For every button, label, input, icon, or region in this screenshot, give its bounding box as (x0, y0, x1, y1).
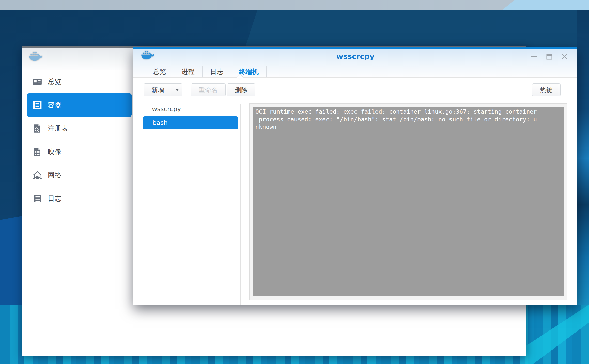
image-icon (33, 147, 42, 157)
wsscrcpy-dialog: wsscrcpy 总览 进程 日志 终端机 新增 重命名 (133, 47, 577, 305)
hotkeys-button[interactable]: 热键 (532, 83, 561, 96)
sidebar-item-label: 日志 (48, 194, 61, 203)
desktop: 总览 容器 注册表 映像 (0, 0, 589, 364)
terminal-output[interactable]: OCI runtime exec failed: exec failed: co… (253, 107, 564, 296)
window-controls (530, 53, 569, 61)
container-icon (33, 100, 42, 110)
tab-terminal[interactable]: 终端机 (231, 66, 267, 77)
sidebar-item-label: 网络 (48, 171, 61, 180)
sidebar-item-containers[interactable]: 容器 (27, 93, 132, 117)
list-terminal-divider (240, 104, 241, 305)
docker-whale-icon (29, 52, 44, 62)
tab-overview[interactable]: 总览 (145, 66, 174, 77)
terminal-toolbar: 新增 重命名 删除 热键 (144, 83, 564, 96)
tab-separator (133, 77, 577, 78)
sidebar-item-label: 总览 (48, 77, 61, 86)
dialog-tabs: 总览 进程 日志 终端机 (145, 66, 267, 77)
wallpaper-top-bar (0, 0, 589, 10)
terminal-panel: OCI runtime exec failed: exec failed: co… (249, 103, 567, 300)
sidebar-item-logs[interactable]: 日志 (27, 187, 132, 210)
network-icon (33, 170, 42, 180)
tab-log[interactable]: 日志 (203, 66, 231, 77)
add-split-button: 新增 (144, 83, 186, 96)
maximize-button[interactable] (545, 53, 553, 61)
sidebar-item-overview[interactable]: 总览 (27, 70, 132, 93)
add-button[interactable]: 新增 (144, 83, 172, 96)
sidebar: 总览 容器 注册表 映像 (27, 70, 132, 210)
overview-icon (33, 77, 42, 87)
sidebar-item-label: 注册表 (48, 124, 68, 133)
minimize-button[interactable] (530, 53, 538, 61)
close-button[interactable] (561, 53, 569, 61)
sidebar-item-images[interactable]: 映像 (27, 140, 132, 163)
registry-icon (33, 124, 42, 133)
delete-button[interactable]: 删除 (227, 83, 255, 96)
session-item-bash[interactable]: bash (143, 116, 238, 129)
chevron-down-icon (175, 89, 179, 91)
wallpaper-top-bar-highlight (503, 0, 589, 10)
terminal-session-list: wsscrcpy bash (142, 103, 238, 129)
dialog-title: wsscrcpy (133, 49, 577, 64)
sidebar-item-network[interactable]: 网络 (27, 163, 132, 187)
tab-process[interactable]: 进程 (174, 66, 203, 77)
sidebar-item-label: 映像 (48, 147, 61, 156)
add-dropdown-button[interactable] (172, 83, 182, 96)
rename-button[interactable]: 重命名 (191, 83, 226, 96)
session-group-label: wsscrcpy (142, 103, 238, 116)
sidebar-item-label: 容器 (48, 101, 61, 110)
sidebar-item-registry[interactable]: 注册表 (27, 117, 132, 140)
log-icon (33, 194, 42, 203)
